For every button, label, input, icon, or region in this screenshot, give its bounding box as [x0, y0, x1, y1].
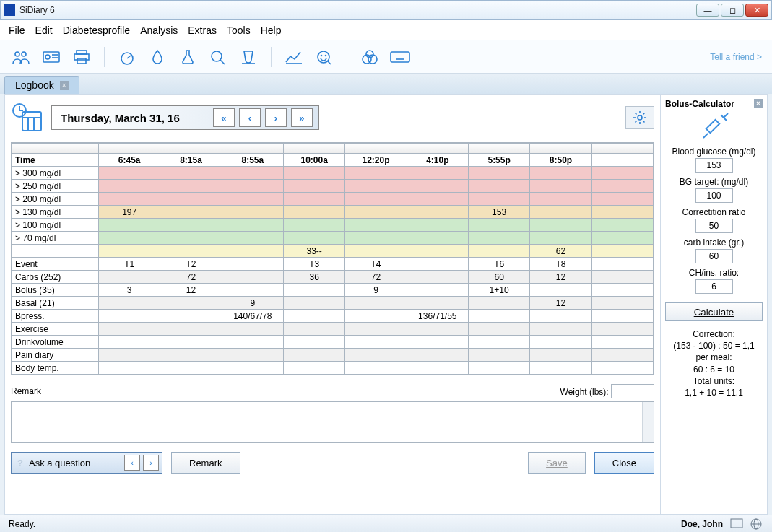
remark-textarea[interactable] [11, 401, 654, 443]
drop-icon[interactable] [147, 46, 168, 68]
cup-icon[interactable] [238, 46, 259, 68]
window-title: SiDiary 6 [19, 5, 696, 15]
bg-input[interactable] [695, 158, 733, 173]
date-next-button[interactable]: › [265, 108, 287, 127]
corr-input[interactable] [695, 219, 733, 233]
search-icon[interactable] [207, 46, 229, 68]
svg-line-36 [724, 113, 728, 118]
carb-label: carb intake (gr.) [665, 237, 763, 248]
svg-rect-38 [706, 120, 719, 133]
app-icon [4, 4, 15, 16]
target-label: BG target: (mg/dl) [665, 177, 763, 187]
chins-input[interactable] [695, 279, 733, 294]
maximize-button[interactable]: ◻ [721, 4, 744, 17]
tab-close-icon[interactable]: × [60, 81, 69, 90]
tab-label: Logbook [15, 79, 54, 91]
bolus-calculator-panel: Bolus-Calculator × Blood glucose (mg/dl)… [660, 95, 767, 514]
question-icon: ? [12, 458, 29, 468]
people-icon[interactable] [10, 46, 32, 68]
date-prev-button[interactable]: ‹ [239, 108, 261, 127]
settings-button[interactable] [625, 106, 654, 129]
menu-tools[interactable]: Tools [227, 25, 251, 36]
date-first-button[interactable]: « [213, 108, 235, 127]
carb-input[interactable] [695, 249, 733, 263]
menu-edit[interactable]: Edit [35, 25, 53, 36]
remark-button[interactable]: Remark [171, 452, 240, 474]
smiley-icon[interactable] [313, 46, 335, 68]
ask-label: Ask a question [29, 458, 124, 468]
svg-point-1 [22, 52, 26, 56]
calendar-icon [11, 102, 44, 134]
minimize-button[interactable]: — [696, 4, 719, 17]
remark-label: Remark [11, 386, 41, 396]
svg-point-35 [638, 115, 642, 120]
svg-point-11 [212, 51, 222, 61]
svg-line-10 [127, 56, 131, 58]
svg-rect-40 [731, 519, 742, 528]
bolus-results: Correction: (153 - 100) : 50 = 1,1 per m… [665, 328, 763, 398]
svg-rect-8 [77, 58, 86, 64]
scrollbar[interactable] [642, 402, 654, 442]
svg-point-3 [45, 55, 50, 59]
svg-rect-7 [74, 54, 89, 60]
ask-next-button[interactable]: › [143, 455, 159, 471]
target-input[interactable] [695, 188, 733, 203]
ask-a-question[interactable]: ? Ask a question ‹ › [11, 452, 162, 474]
menu-bar: File Edit Diabetesprofile Analysis Extra… [0, 20, 772, 40]
globe-status-icon[interactable] [750, 518, 763, 530]
chart-icon[interactable] [283, 46, 305, 68]
status-ready: Ready. [9, 519, 35, 529]
syringe-icon [699, 112, 729, 142]
tab-logbook[interactable]: Logbook × [4, 76, 79, 94]
ask-prev-button[interactable]: ‹ [124, 455, 140, 471]
menu-help[interactable]: Help [261, 25, 282, 36]
svg-point-17 [326, 55, 326, 56]
toolbar: Tell a friend > [0, 40, 772, 74]
close-button[interactable]: Close [594, 452, 654, 474]
tab-strip: Logbook × [0, 74, 772, 94]
bolus-title: Bolus-Calculator [665, 99, 734, 109]
svg-rect-21 [391, 52, 409, 62]
menu-extras[interactable]: Extras [188, 25, 217, 36]
status-bar: Ready. Doe, John [0, 515, 772, 532]
flask-icon[interactable] [177, 46, 199, 68]
menu-file[interactable]: File [9, 25, 25, 36]
svg-line-39 [703, 134, 708, 138]
logbook-grid[interactable]: Time6:45a8:15a8:55a10:00a12:20p4:10p5:55… [11, 142, 654, 375]
window-close-button[interactable]: ✕ [745, 4, 768, 17]
weight-label: Weight (lbs): [560, 387, 609, 397]
tell-a-friend-link[interactable]: Tell a friend > [710, 52, 762, 62]
calculate-button[interactable]: Calculate [665, 302, 763, 321]
menu-analysis[interactable]: Analysis [140, 25, 178, 36]
window-titlebar: SiDiary 6 — ◻ ✕ [0, 0, 772, 20]
menu-diabetesprofile[interactable]: Diabetesprofile [63, 25, 130, 36]
date-last-button[interactable]: » [291, 108, 313, 127]
date-display[interactable]: Thursday, March 31, 16 « ‹ › » [51, 105, 319, 130]
main-area: Thursday, March 31, 16 « ‹ › » Time6:45a… [4, 94, 768, 515]
status-user: Doe, John [681, 519, 723, 529]
bolus-close-icon[interactable]: × [754, 99, 763, 108]
logbook-panel: Thursday, March 31, 16 « ‹ › » Time6:45a… [5, 95, 660, 514]
svg-point-16 [321, 55, 322, 56]
chins-label: CH/ins. ratio: [665, 268, 763, 278]
date-text: Thursday, March 31, 16 [58, 112, 209, 124]
save-button[interactable]: Save [528, 452, 586, 474]
keyboard-icon[interactable] [389, 46, 411, 68]
dash-icon[interactable] [116, 46, 138, 68]
svg-line-12 [220, 60, 225, 64]
svg-point-0 [15, 52, 19, 56]
weight-input[interactable] [611, 384, 654, 398]
ring-icon[interactable] [359, 46, 381, 68]
print-icon[interactable] [71, 46, 92, 68]
keyboard-status-icon[interactable] [730, 518, 743, 530]
corr-label: Correctition ratio [665, 207, 763, 217]
bg-label: Blood glucose (mg/dl) [665, 147, 763, 157]
idcard-icon[interactable] [40, 46, 62, 68]
